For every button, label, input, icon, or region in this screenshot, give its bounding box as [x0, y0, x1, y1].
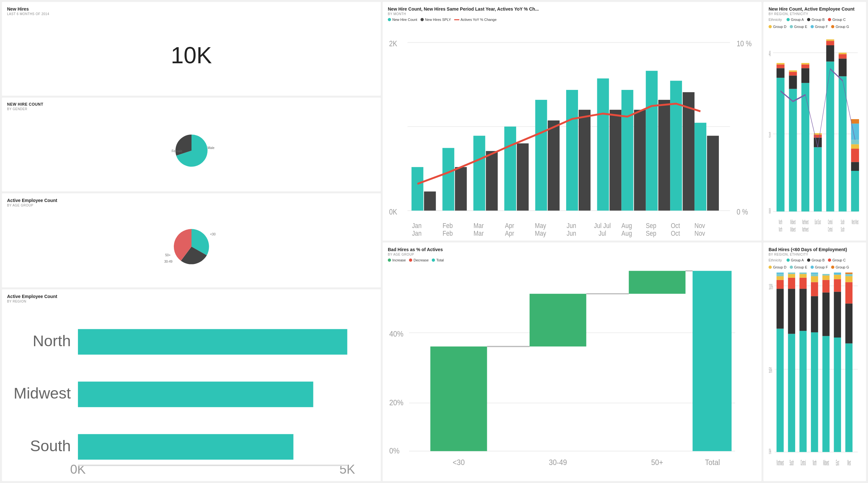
dot-total: [432, 258, 435, 262]
svg-text:Central: Central: [828, 218, 832, 225]
svg-rect-12: [486, 151, 498, 211]
svg-text:0K: 0K: [389, 207, 397, 216]
svg-rect-57: [777, 78, 784, 211]
svg-rect-144: [811, 274, 818, 276]
age-30-49-label: 30-49: [164, 260, 173, 263]
svg-text:4K: 4K: [769, 50, 771, 58]
svg-rect-156: [845, 343, 852, 452]
svg-rect-81: [851, 171, 859, 211]
new-hire-region-card: New Hire Count, Active Employee Count BY…: [764, 2, 866, 240]
svg-text:South: South: [841, 225, 845, 233]
svg-rect-159: [845, 276, 852, 282]
svg-text:Aug: Aug: [621, 230, 632, 237]
svg-text:May: May: [535, 230, 546, 237]
svg-text:Midwest: Midwest: [790, 218, 796, 225]
svg-rect-78: [838, 58, 846, 76]
gender-pie-container: Female Male: [7, 113, 376, 188]
region-bar-svg: North Midwest South 0K 5K: [7, 306, 376, 477]
legend-group-b: Group B: [807, 18, 825, 22]
label-decrease: Decrease: [413, 258, 429, 262]
legend-total: Total: [432, 258, 444, 262]
male-label: Male: [208, 146, 215, 150]
dashboard: New Hire Count, New Hires Same Period La…: [0, 0, 868, 483]
new-hire-region-subtitle: BY REGION, ETHNICITY: [769, 12, 861, 16]
dot-group-g: [831, 25, 834, 28]
svg-text:Jan: Jan: [412, 222, 422, 230]
svg-rect-141: [811, 296, 818, 332]
legend-line-yoy: [454, 19, 459, 20]
label2-group-g: Group G: [836, 265, 849, 269]
svg-rect-61: [789, 89, 797, 211]
legend2-group-f: Group F: [811, 265, 828, 269]
svg-rect-77: [838, 77, 846, 211]
svg-rect-11: [473, 136, 485, 211]
svg-text:Nov: Nov: [694, 222, 705, 230]
new-hire-region-legend: Ethnicity Group A Group B Group C Group …: [769, 18, 861, 29]
svg-rect-148: [823, 280, 830, 292]
svg-text:North: North: [812, 459, 816, 467]
region-south-bar: [78, 434, 293, 459]
svg-text:Central: Central: [828, 225, 832, 233]
svg-rect-26: [683, 92, 694, 211]
dot-group-a: [786, 18, 790, 21]
label2-group-b: Group B: [811, 258, 825, 262]
legend2-group-b: Group B: [807, 258, 825, 262]
svg-rect-147: [823, 292, 830, 336]
svg-rect-153: [834, 279, 841, 292]
bad-hires-60-card: Bad Hires (<60 Days of Employment) BY RE…: [764, 243, 866, 481]
svg-text:0 %: 0 %: [737, 207, 748, 216]
legend-label-new-hire: New Hire Count: [392, 18, 417, 22]
new-hire-combo-card: New Hire Count, New Hires Same Period La…: [383, 2, 762, 240]
svg-rect-67: [801, 64, 809, 68]
new-hire-combo-legend: New Hire Count New Hires SPLY Actives Yo…: [388, 18, 756, 22]
svg-rect-85: [851, 140, 859, 144]
svg-rect-28: [707, 136, 719, 211]
svg-rect-65: [801, 83, 809, 211]
age-50-label: 50+: [165, 253, 170, 257]
svg-rect-124: [777, 329, 784, 452]
svg-rect-132: [788, 278, 795, 289]
svg-rect-84: [851, 144, 859, 149]
svg-text:Apr: Apr: [505, 222, 514, 230]
svg-text:Sep: Sep: [646, 222, 656, 230]
label2-group-f: Group F: [815, 265, 828, 269]
svg-rect-15: [535, 100, 547, 211]
svg-text:South: South: [790, 459, 794, 467]
legend-group-e: Group E: [790, 25, 807, 29]
region-midwest-label: Midwest: [14, 385, 71, 402]
legend-increase: Increase: [388, 258, 406, 262]
svg-rect-19: [597, 78, 609, 210]
svg-rect-17: [566, 90, 578, 211]
svg-rect-139: [799, 273, 806, 274]
dot2-group-f: [811, 265, 814, 269]
svg-rect-136: [799, 289, 806, 331]
new-hires-big-card: New Hires LAST 6 MONTHS OF 2014 10K: [2, 2, 381, 96]
svg-rect-18: [579, 110, 591, 211]
label-group-b: Group B: [811, 18, 825, 22]
label-group-e: Group E: [794, 25, 807, 29]
svg-text:Mar: Mar: [473, 222, 484, 230]
legend-group-c: Group C: [828, 18, 846, 22]
svg-rect-149: [823, 276, 830, 280]
svg-text:Nov: Nov: [694, 230, 705, 237]
svg-rect-107: [431, 346, 487, 451]
svg-rect-129: [777, 273, 784, 274]
svg-text:Midwest: Midwest: [823, 459, 829, 467]
x-5k: 5K: [339, 462, 355, 476]
new-hires-number: 10K: [7, 18, 376, 92]
svg-rect-24: [658, 100, 670, 211]
svg-text:West West: West West: [851, 218, 859, 225]
svg-rect-13: [504, 126, 516, 211]
bad-hires-60-chart: 100% 50% 0%: [769, 271, 861, 478]
svg-rect-69: [814, 147, 822, 211]
svg-text:Feb: Feb: [443, 222, 453, 230]
svg-rect-16: [548, 120, 560, 211]
dot-group-e: [790, 25, 793, 28]
svg-rect-134: [788, 273, 795, 274]
right-column: New Hires LAST 6 MONTHS OF 2014 10K NEW …: [2, 2, 381, 481]
svg-rect-8: [424, 191, 436, 210]
dot-group-d: [769, 25, 772, 28]
svg-text:Jan: Jan: [412, 230, 422, 237]
svg-rect-59: [777, 64, 784, 68]
svg-text:Jun: Jun: [567, 230, 577, 237]
